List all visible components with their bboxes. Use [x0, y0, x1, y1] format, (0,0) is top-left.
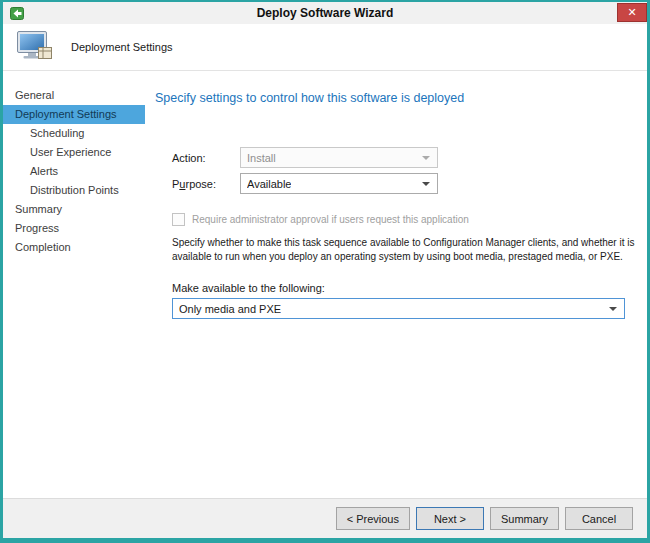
action-row: Action: Install — [172, 147, 438, 168]
purpose-row: Purpose: Available — [172, 173, 438, 194]
action-dropdown[interactable]: Install — [240, 147, 438, 168]
wizard-page-header: Deployment Settings — [3, 24, 647, 71]
sidebar-item-summary[interactable]: Summary — [3, 200, 145, 219]
approval-checkbox-row: Require administrator approval if users … — [172, 213, 469, 226]
wizard-page-content: Specify settings to control how this sof… — [145, 71, 647, 498]
approval-checkbox-label: Require administrator approval if users … — [192, 214, 469, 225]
wizard-app-icon — [10, 6, 25, 21]
summary-button[interactable]: Summary — [490, 507, 559, 530]
sidebar-item-alerts[interactable]: Alerts — [3, 162, 145, 181]
purpose-label: Purpose: — [172, 178, 240, 190]
chevron-down-icon — [609, 307, 617, 311]
sidebar-item-completion[interactable]: Completion — [3, 238, 145, 257]
button-bar: < Previous Next > Summary Cancel — [3, 498, 647, 538]
availability-description: Specify whether to make this task sequen… — [172, 236, 650, 263]
title-bar[interactable]: Deploy Software Wizard ✕ — [3, 2, 647, 24]
wizard-body: General Deployment Settings Scheduling U… — [3, 71, 647, 498]
approval-checkbox[interactable] — [172, 213, 185, 226]
close-icon: ✕ — [627, 6, 636, 19]
action-dropdown-value: Install — [247, 152, 276, 164]
action-label: Action: — [172, 152, 240, 164]
previous-button[interactable]: < Previous — [336, 507, 410, 530]
sidebar-item-general[interactable]: General — [3, 86, 145, 105]
page-heading: Specify settings to control how this sof… — [155, 91, 464, 105]
deploy-software-wizard-window: Deploy Software Wizard ✕ — [0, 0, 650, 543]
chevron-down-icon — [422, 156, 430, 160]
sidebar-item-progress[interactable]: Progress — [3, 219, 145, 238]
sidebar-item-scheduling[interactable]: Scheduling — [3, 124, 145, 143]
chevron-down-icon — [422, 182, 430, 186]
purpose-dropdown[interactable]: Available — [240, 173, 438, 194]
page-title: Deployment Settings — [71, 41, 173, 53]
next-button[interactable]: Next > — [416, 507, 484, 530]
sidebar-item-user-experience[interactable]: User Experience — [3, 143, 145, 162]
window-title: Deploy Software Wizard — [3, 6, 647, 20]
availability-dropdown[interactable]: Only media and PXE — [172, 298, 625, 319]
deployment-computer-icon — [15, 30, 55, 64]
sidebar-item-deployment-settings[interactable]: Deployment Settings — [3, 105, 145, 124]
wizard-nav-sidebar: General Deployment Settings Scheduling U… — [3, 71, 145, 498]
window-frame: Deploy Software Wizard ✕ — [3, 2, 647, 538]
purpose-label-part: rpose: — [185, 178, 216, 190]
make-available-label: Make available to the following: — [172, 282, 325, 294]
purpose-dropdown-value: Available — [247, 178, 291, 190]
cancel-button[interactable]: Cancel — [565, 507, 633, 530]
availability-dropdown-value: Only media and PXE — [179, 303, 281, 315]
close-button[interactable]: ✕ — [617, 3, 647, 22]
sidebar-item-distribution-points[interactable]: Distribution Points — [3, 181, 145, 200]
